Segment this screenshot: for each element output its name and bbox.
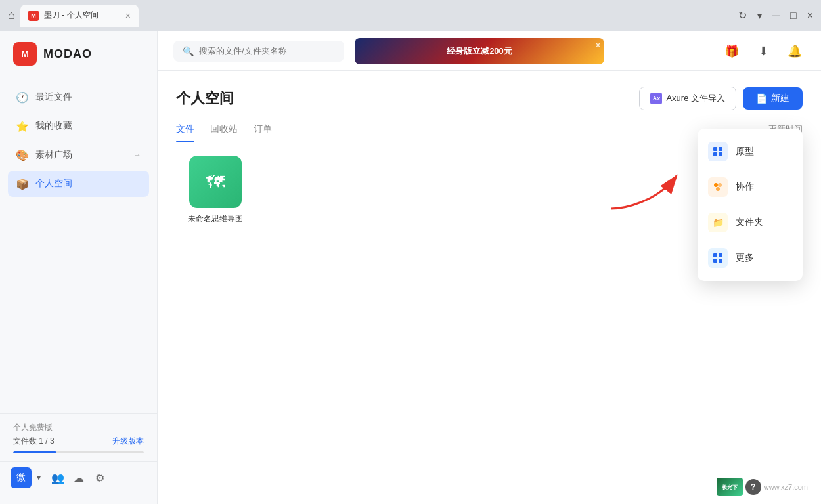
svg-rect-8: [719, 253, 722, 257]
page-header: 个人空间 Ax Axure 文件导入 📄 新建: [176, 87, 803, 110]
browser-right-controls: ↻ ▾ ─ □ ×: [738, 9, 813, 22]
dropdown-item-collaborate[interactable]: 协作: [698, 169, 803, 205]
list-item[interactable]: 🗺 未命名思维导图: [176, 156, 255, 224]
new-btn-label: 新建: [771, 93, 789, 104]
page-title: 个人空间: [176, 89, 234, 108]
banner-text: 经身版立减200元: [447, 45, 512, 57]
dropdown-label-prototype: 原型: [736, 146, 754, 158]
help-badge[interactable]: ?: [745, 479, 761, 495]
watermark: 极光下 ? www.xz7.com: [717, 478, 808, 496]
chevron-down-icon[interactable]: ▾: [757, 10, 762, 21]
watermark-logo: 极光下: [717, 478, 743, 496]
team-icon[interactable]: 👥: [49, 469, 67, 487]
star-icon: ⭐: [16, 119, 29, 133]
tab-orders[interactable]: 订单: [254, 123, 272, 142]
expand-icon[interactable]: ▾: [37, 473, 41, 482]
search-input[interactable]: [199, 46, 335, 56]
dropdown-label-folder: 文件夹: [736, 217, 763, 228]
search-icon: 🔍: [183, 46, 194, 56]
svg-point-4: [714, 183, 718, 187]
promo-banner[interactable]: 经身版立减200元 ×: [355, 38, 604, 64]
close-icon[interactable]: ×: [807, 10, 813, 22]
new-dropdown-menu: 原型 协作 📁 文件夹: [698, 129, 803, 281]
folder-icon: 📁: [708, 213, 728, 232]
browser-window-controls[interactable]: ⌂: [8, 9, 15, 22]
file-thumbnail: 🗺: [189, 156, 242, 208]
svg-rect-1: [719, 147, 722, 151]
active-tab[interactable]: M 墨刀 - 个人空间 ×: [20, 5, 139, 27]
box-icon: 📦: [16, 177, 29, 190]
sidebar-footer: 个人免费版 文件数 1 / 3 升级版本: [0, 413, 157, 461]
download-icon[interactable]: ⬇: [753, 41, 774, 62]
plan-label: 个人免费版: [13, 422, 144, 433]
more-icon: [708, 248, 728, 268]
sidebar-logo: M MODAO: [0, 42, 157, 79]
banner-close-button[interactable]: ×: [596, 41, 600, 50]
dropdown-item-more[interactable]: 更多: [698, 240, 803, 276]
prototype-icon: [708, 142, 728, 161]
browser-chrome: ⌂ M 墨刀 - 个人空间 × ↻ ▾ ─ □ ×: [0, 0, 821, 32]
watermark-site: www.xz7.com: [764, 483, 808, 491]
sidebar-item-personal[interactable]: 📦 个人空间: [8, 171, 149, 197]
sidebar-item-materials[interactable]: 🎨 素材广场 →: [8, 142, 149, 168]
cloud-icon[interactable]: ☁: [70, 469, 88, 487]
tab-close-button[interactable]: ×: [125, 10, 131, 21]
clock-icon: 🕐: [16, 91, 29, 104]
search-box[interactable]: 🔍: [173, 41, 344, 62]
axure-import-button[interactable]: Ax Axure 文件导入: [639, 87, 736, 110]
palette-icon: 🎨: [16, 148, 29, 161]
sidebar-label-personal: 个人空间: [35, 178, 72, 190]
tab-files[interactable]: 文件: [176, 123, 194, 142]
svg-rect-2: [713, 152, 717, 156]
upgrade-link[interactable]: 升级版本: [112, 436, 144, 447]
dropdown-item-folder[interactable]: 📁 文件夹: [698, 205, 803, 240]
gift-icon[interactable]: 🎁: [721, 41, 742, 62]
main-content: 🔍 经身版立减200元 × 🎁 ⬇ 🔔 个人空间 Ax: [158, 32, 821, 504]
page-area: 个人空间 Ax Axure 文件导入 📄 新建 文件: [158, 71, 821, 504]
dropdown-label-collaborate: 协作: [736, 181, 754, 193]
storage-progress-bar: [13, 451, 144, 453]
collaborate-icon: [708, 177, 728, 197]
svg-rect-0: [713, 147, 717, 151]
sidebar-nav: 🕐 最近文件 ⭐ 我的收藏 🎨 素材广场 → 📦 个人空间: [0, 79, 157, 251]
files-count-row: 文件数 1 / 3 升级版本: [13, 436, 144, 447]
browser-home-icon[interactable]: ⌂: [8, 9, 15, 22]
axure-icon: Ax: [650, 93, 662, 104]
sidebar: M MODAO 🕐 最近文件 ⭐ 我的收藏 🎨 素材广场 → 📦 个人空间: [0, 32, 158, 504]
tab-title: 墨刀 - 个人空间: [44, 10, 99, 21]
page-actions: Ax Axure 文件导入 📄 新建: [639, 87, 803, 110]
notification-icon[interactable]: 🔔: [784, 41, 805, 62]
storage-progress-fill: [13, 451, 56, 453]
new-btn-icon: 📄: [756, 93, 767, 104]
svg-rect-9: [713, 259, 717, 262]
micro-button[interactable]: 微: [11, 467, 32, 488]
sidebar-item-favorites[interactable]: ⭐ 我的收藏: [8, 113, 149, 139]
topbar-right: 🎁 ⬇ 🔔: [721, 41, 805, 62]
tab-bar: M 墨刀 - 个人空间 ×: [20, 0, 733, 31]
svg-point-6: [716, 187, 720, 191]
new-button[interactable]: 📄 新建: [743, 87, 803, 110]
app-container: M MODAO 🕐 最近文件 ⭐ 我的收藏 🎨 素材广场 → 📦 个人空间: [0, 32, 821, 504]
sidebar-label-materials: 素材广场: [35, 149, 72, 161]
files-count: 文件数 1 / 3: [13, 436, 55, 447]
tab-favicon: M: [28, 10, 39, 21]
topbar: 🔍 经身版立减200元 × 🎁 ⬇ 🔔: [158, 32, 821, 71]
svg-rect-7: [713, 253, 717, 257]
logo-icon: M: [13, 42, 37, 66]
sidebar-item-recent[interactable]: 🕐 最近文件: [8, 84, 149, 110]
sidebar-label-recent: 最近文件: [35, 91, 72, 103]
dropdown-item-prototype[interactable]: 原型: [698, 134, 803, 169]
settings-icon[interactable]: ⚙: [91, 469, 109, 487]
arrow-right-icon: →: [133, 150, 141, 159]
sidebar-label-favorites: 我的收藏: [35, 120, 72, 132]
tab-trash[interactable]: 回收站: [210, 123, 238, 142]
svg-rect-10: [719, 259, 722, 262]
axure-btn-label: Axure 文件导入: [666, 93, 725, 104]
logo-text: MODAO: [43, 47, 92, 61]
maximize-icon[interactable]: □: [790, 10, 797, 22]
svg-rect-3: [719, 152, 722, 156]
refresh-icon[interactable]: ↻: [738, 9, 747, 22]
svg-point-5: [718, 183, 722, 187]
sidebar-bottom-icons: 微 ▾ 👥 ☁ ⚙: [0, 461, 157, 494]
minimize-icon[interactable]: ─: [772, 10, 780, 22]
